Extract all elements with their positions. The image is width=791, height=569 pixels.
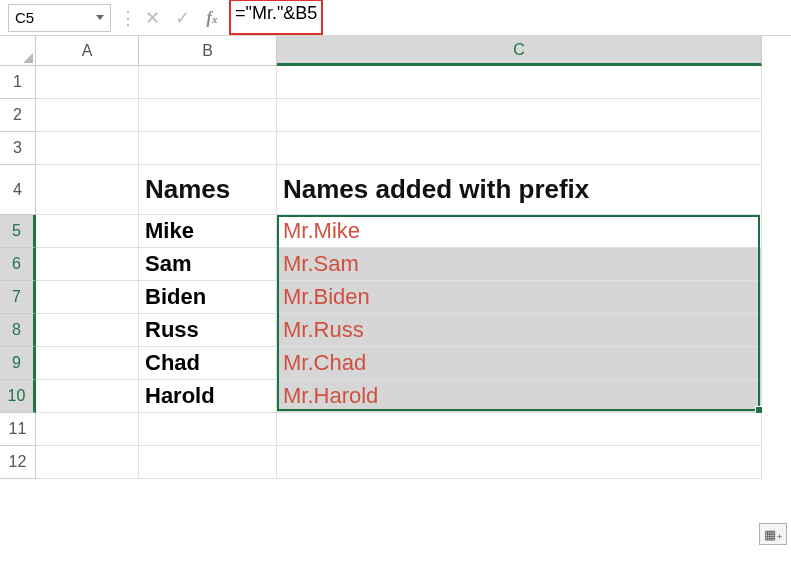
row-header-6[interactable]: 6: [0, 248, 36, 281]
cell-B3[interactable]: [139, 132, 277, 165]
row-header-1[interactable]: 1: [0, 66, 36, 99]
column-header-a[interactable]: A: [36, 36, 139, 66]
name-box[interactable]: C5: [8, 4, 111, 32]
row-header-4[interactable]: 4: [0, 165, 36, 215]
row-header-9[interactable]: 9: [0, 347, 36, 380]
cell-C11[interactable]: [277, 413, 762, 446]
column-header-c[interactable]: C: [277, 36, 762, 66]
accept-formula-icon[interactable]: ✓: [167, 7, 197, 29]
cell-B5[interactable]: Mike: [139, 215, 277, 248]
row-header-3[interactable]: 3: [0, 132, 36, 165]
table-row: [36, 413, 791, 446]
cell-A12[interactable]: [36, 446, 139, 479]
cell-C4[interactable]: Names added with prefix: [277, 165, 762, 215]
row-header-12[interactable]: 12: [0, 446, 36, 479]
row-header-8[interactable]: 8: [0, 314, 36, 347]
cell-C6[interactable]: Mr.Sam: [277, 248, 762, 281]
table-row: RussMr.Russ: [36, 314, 791, 347]
select-all-corner[interactable]: [0, 36, 36, 66]
row-headers: 123456789101112: [0, 66, 36, 479]
row-header-5[interactable]: 5: [0, 215, 36, 248]
cell-A2[interactable]: [36, 99, 139, 132]
cell-C2[interactable]: [277, 99, 762, 132]
cell-A10[interactable]: [36, 380, 139, 413]
cell-reference: C5: [15, 9, 34, 26]
cell-C5[interactable]: Mr.Mike: [277, 215, 762, 248]
cell-A7[interactable]: [36, 281, 139, 314]
cell-B12[interactable]: [139, 446, 277, 479]
row-header-10[interactable]: 10: [0, 380, 36, 413]
cell-B10[interactable]: Harold: [139, 380, 277, 413]
cancel-formula-icon[interactable]: ✕: [137, 7, 167, 29]
cell-A3[interactable]: [36, 132, 139, 165]
cell-C10[interactable]: Mr.Harold: [277, 380, 762, 413]
formula-text: ="Mr."&B5: [235, 3, 317, 24]
separator-icon: ⋮: [119, 7, 129, 29]
column-header-b[interactable]: B: [139, 36, 277, 66]
formula-highlight: ="Mr."&B5: [229, 0, 323, 35]
fx-icon[interactable]: fx: [197, 9, 227, 27]
cell-C7[interactable]: Mr.Biden: [277, 281, 762, 314]
autofill-options-icon[interactable]: ▦₊: [759, 523, 787, 545]
cell-A11[interactable]: [36, 413, 139, 446]
spreadsheet-grid: 123456789101112 ABC NamesNames added wit…: [0, 36, 791, 569]
cell-A5[interactable]: [36, 215, 139, 248]
cell-B9[interactable]: Chad: [139, 347, 277, 380]
chevron-down-icon[interactable]: [96, 15, 104, 20]
cell-A8[interactable]: [36, 314, 139, 347]
cell-C1[interactable]: [277, 66, 762, 99]
cell-B4[interactable]: Names: [139, 165, 277, 215]
formula-bar: C5 ⋮ ✕ ✓ fx ="Mr."&B5: [0, 0, 791, 36]
formula-input[interactable]: ="Mr."&B5: [227, 0, 331, 37]
cell-A6[interactable]: [36, 248, 139, 281]
cell-B11[interactable]: [139, 413, 277, 446]
table-row: SamMr.Sam: [36, 248, 791, 281]
cell-C12[interactable]: [277, 446, 762, 479]
row-header-7[interactable]: 7: [0, 281, 36, 314]
column-headers: ABC: [36, 36, 791, 66]
table-row: [36, 132, 791, 165]
table-row: [36, 99, 791, 132]
table-row: HaroldMr.Harold: [36, 380, 791, 413]
cell-B6[interactable]: Sam: [139, 248, 277, 281]
cell-A9[interactable]: [36, 347, 139, 380]
cell-C9[interactable]: Mr.Chad: [277, 347, 762, 380]
cell-C3[interactable]: [277, 132, 762, 165]
cell-C8[interactable]: Mr.Russ: [277, 314, 762, 347]
table-row: BidenMr.Biden: [36, 281, 791, 314]
cell-B1[interactable]: [139, 66, 277, 99]
row-header-11[interactable]: 11: [0, 413, 36, 446]
row-header-2[interactable]: 2: [0, 99, 36, 132]
cell-B7[interactable]: Biden: [139, 281, 277, 314]
cell-B2[interactable]: [139, 99, 277, 132]
table-row: ChadMr.Chad: [36, 347, 791, 380]
cells-area[interactable]: NamesNames added with prefixMikeMr.MikeS…: [36, 66, 791, 479]
table-row: [36, 446, 791, 479]
table-row: NamesNames added with prefix: [36, 165, 791, 215]
cell-A1[interactable]: [36, 66, 139, 99]
cell-B8[interactable]: Russ: [139, 314, 277, 347]
table-row: [36, 66, 791, 99]
cell-A4[interactable]: [36, 165, 139, 215]
table-row: MikeMr.Mike: [36, 215, 791, 248]
